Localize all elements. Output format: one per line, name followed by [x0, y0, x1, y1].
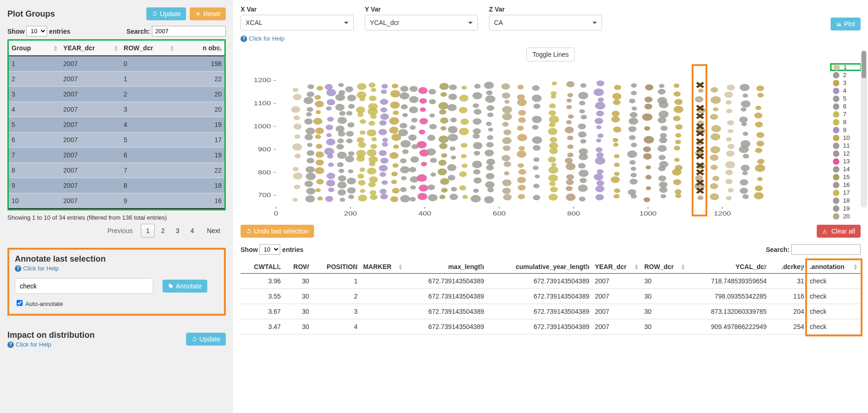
page-number[interactable]: 2 — [157, 224, 169, 237]
xvar-select[interactable]: XCAL — [241, 15, 354, 30]
table-row[interactable]: 92007818 — [9, 178, 224, 193]
reset-button[interactable]: Reset — [190, 7, 226, 20]
table-row[interactable]: 3.67303672.739143504389672.7391435043892… — [241, 304, 861, 319]
legend-item[interactable]: 16 — [833, 181, 861, 189]
table-row[interactable]: 82007722 — [9, 163, 224, 178]
right-page-length-select[interactable]: 10 — [259, 244, 280, 255]
xvar-label: X Var — [241, 6, 354, 13]
svg-point-351 — [566, 180, 574, 185]
legend-item[interactable]: 6 — [833, 102, 861, 110]
zvar-select[interactable]: CA — [489, 15, 602, 30]
table-row[interactable]: 102007916 — [9, 193, 224, 209]
page-number[interactable]: 3 — [171, 224, 184, 237]
svg-point-70 — [326, 180, 335, 187]
legend-item[interactable]: 9 — [833, 126, 861, 134]
annotation-input[interactable] — [15, 278, 153, 294]
legend-item[interactable]: 4 — [833, 87, 861, 95]
table-row[interactable]: 3.96301672.739143504389672.7391435043892… — [241, 274, 861, 289]
column-header[interactable]: Group▲▼ — [9, 41, 60, 56]
legend-item[interactable]: 11 — [833, 142, 861, 150]
svg-point-213 — [428, 194, 438, 201]
svg-point-326 — [532, 125, 538, 129]
svg-point-508 — [742, 194, 749, 199]
legend-item[interactable]: 10 — [833, 134, 861, 142]
svg-point-482 — [710, 193, 719, 200]
column-header[interactable]: POSITION▲▼ — [312, 260, 361, 274]
clear-all-button[interactable]: Clear all — [817, 225, 861, 238]
legend-item[interactable]: 7 — [833, 110, 861, 118]
legend-item[interactable]: 20 — [833, 212, 861, 220]
svg-point-233 — [439, 109, 446, 114]
svg-point-302 — [505, 100, 510, 104]
column-header[interactable]: ROW_dcr▲▼ — [121, 41, 177, 56]
legend-item[interactable]: 1 — [830, 63, 862, 71]
right-search-input[interactable] — [791, 244, 861, 255]
column-header[interactable]: max_length▲▼ — [405, 260, 487, 274]
page-number[interactable]: 4 — [186, 224, 199, 237]
table-row[interactable]: 52007419 — [9, 117, 224, 132]
svg-point-264 — [472, 161, 482, 168]
page-length-select[interactable]: 10 — [26, 26, 47, 36]
legend-item[interactable]: 8 — [833, 118, 861, 126]
legend-item[interactable]: 5 — [833, 95, 861, 102]
impact-help[interactable]: ? Click for Help — [7, 341, 51, 348]
legend-item[interactable]: 15 — [833, 173, 861, 181]
column-header[interactable]: .dcrkey▲▼ — [770, 260, 807, 274]
plot-button[interactable]: Plot — [831, 18, 861, 30]
annotate-button[interactable]: Annotate — [163, 280, 207, 293]
impact-update-button[interactable]: Update — [186, 333, 226, 346]
svg-point-402 — [614, 154, 620, 158]
legend-item[interactable]: 3 — [833, 79, 861, 87]
table-row[interactable]: 32007220 — [9, 87, 224, 102]
column-header[interactable]: YCAL_dcr▲▼ — [688, 260, 769, 274]
svg-point-246 — [447, 104, 457, 111]
svg-point-227 — [439, 160, 447, 166]
legend-item[interactable]: 12 — [833, 150, 861, 157]
column-header[interactable]: ROW▲▼ — [283, 260, 312, 274]
table-row[interactable]: 22007122 — [9, 72, 224, 87]
update-button[interactable]: Update — [146, 7, 186, 20]
auto-annotate-checkbox[interactable]: Auto-annotate — [15, 300, 63, 307]
column-header[interactable]: cumulative_year_length▲▼ — [487, 260, 592, 274]
table-row[interactable]: 72007619 — [9, 148, 224, 163]
table-row[interactable]: 62007517 — [9, 132, 224, 148]
page-number[interactable]: 1 — [141, 224, 155, 238]
scrollbar[interactable] — [861, 51, 867, 208]
svg-point-245 — [450, 118, 457, 122]
column-header[interactable]: ROW_dcr▲▼ — [641, 260, 688, 274]
svg-point-499 — [726, 150, 735, 156]
legend-item[interactable]: 14 — [833, 165, 861, 173]
legend-item[interactable]: 18 — [833, 197, 861, 204]
column-header[interactable]: YEAR_dcr▲▼ — [592, 260, 641, 274]
yvar-select[interactable]: YCAL_dcr — [365, 15, 478, 30]
svg-point-374 — [578, 124, 586, 130]
svg-point-341 — [548, 128, 557, 135]
svg-point-212 — [418, 87, 428, 94]
table-row[interactable]: 42007320 — [9, 102, 224, 117]
svg-point-244 — [448, 126, 458, 133]
legend-item[interactable]: 2 — [833, 71, 861, 79]
toggle-lines-button[interactable]: Toggle Lines — [526, 48, 575, 61]
table-row[interactable]: 3.55302672.739143504389672.7391435043892… — [241, 289, 861, 304]
column-header[interactable]: MARKER▲▼ — [360, 260, 405, 274]
page-prev[interactable]: Previous — [103, 224, 137, 237]
svg-point-290 — [503, 194, 512, 201]
column-header[interactable]: n obs.▲▼ — [177, 41, 224, 56]
legend-item[interactable]: 13 — [833, 157, 861, 165]
annotate-help[interactable]: ? Click for Help — [15, 265, 59, 272]
table-row[interactable]: 120070198 — [9, 56, 224, 72]
legend-item[interactable]: 17 — [833, 189, 861, 197]
column-header[interactable]: YEAR_dcr▲▼ — [60, 41, 121, 56]
chart-help[interactable]: ? Click for Help — [241, 35, 284, 42]
table-row[interactable]: 3.47304672.739143504389672.7391435043892… — [241, 319, 861, 335]
undo-selection-button[interactable]: Undo last selection — [241, 225, 314, 238]
legend-item[interactable]: 19 — [833, 204, 861, 212]
svg-point-282 — [487, 135, 494, 140]
page-next[interactable]: Next — [202, 224, 225, 237]
svg-point-191 — [410, 186, 416, 190]
svg-point-209 — [419, 118, 428, 125]
column-header[interactable]: CWTALL▲▼ — [241, 260, 283, 274]
search-input[interactable] — [152, 26, 226, 36]
scatter-chart[interactable]: 7008009001000110012000200400600800100012… — [241, 64, 861, 221]
svg-point-64 — [316, 110, 321, 114]
